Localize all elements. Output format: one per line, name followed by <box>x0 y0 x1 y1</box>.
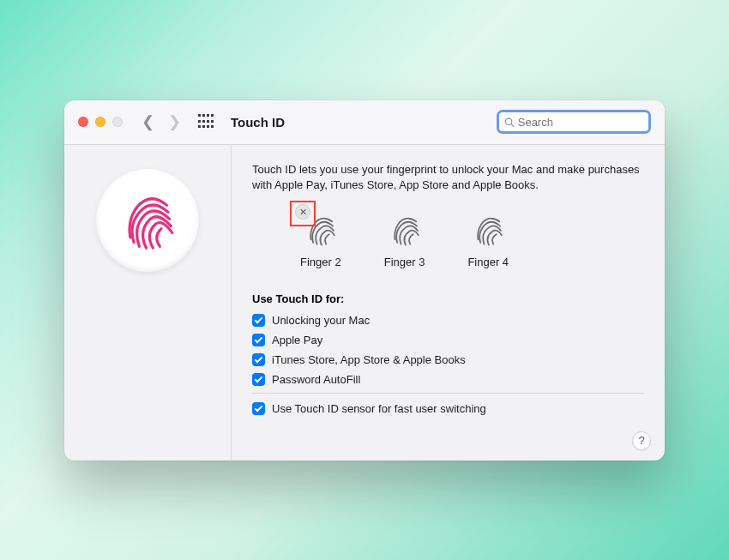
option-password-autofill: Password AutoFill <box>252 373 644 386</box>
fingerprint-item-3[interactable]: Finger 4 <box>467 211 509 268</box>
option-fast-user-switching: Use Touch ID sensor for fast user switch… <box>252 402 644 415</box>
main-content: Touch ID lets you use your fingerprint t… <box>232 145 665 461</box>
option-unlock-mac: Unlocking your Mac <box>252 314 644 327</box>
titlebar: ❮ ❯ Touch ID <box>64 100 665 145</box>
fingerprint-small-icon <box>469 211 507 249</box>
checkbox-apple-pay[interactable] <box>252 334 265 346</box>
window-title: Touch ID <box>231 115 285 129</box>
search-icon <box>504 117 515 128</box>
back-button[interactable]: ❮ <box>142 112 154 131</box>
fingerprint-label: Finger 3 <box>384 256 425 268</box>
window-body: Touch ID lets you use your fingerprint t… <box>64 145 665 461</box>
option-label: Password AutoFill <box>272 373 360 386</box>
option-apple-pay: Apple Pay <box>252 334 644 346</box>
option-itunes-store: iTunes Store, App Store & Apple Books <box>252 353 644 366</box>
window-controls <box>78 117 123 127</box>
preferences-window: ❮ ❯ Touch ID <box>64 100 665 461</box>
fingerprint-label: Finger 2 <box>300 256 341 268</box>
divider <box>252 393 644 394</box>
fingerprint-item-1[interactable]: ✕ Finger 2 <box>300 211 341 268</box>
close-window-button[interactable] <box>78 117 88 127</box>
show-all-preferences-button[interactable] <box>198 114 214 129</box>
intro-text: Touch ID lets you use your fingerprint t… <box>252 162 644 195</box>
option-label: Unlocking your Mac <box>272 314 370 327</box>
use-section-title: Use Touch ID for: <box>252 292 644 305</box>
option-label: Use Touch ID sensor for fast user switch… <box>272 402 486 415</box>
checkbox-unlock-mac[interactable] <box>252 314 265 327</box>
search-input[interactable] <box>518 116 643 129</box>
help-button[interactable]: ? <box>632 431 651 450</box>
checkbox-itunes-store[interactable] <box>252 353 265 366</box>
fingerprint-label: Finger 4 <box>467 256 509 268</box>
option-label: iTunes Store, App Store & Apple Books <box>272 353 466 366</box>
fingerprint-item-2[interactable]: Finger 3 <box>384 211 425 268</box>
search-field[interactable] <box>497 110 651 134</box>
checkbox-fast-user-switching[interactable] <box>252 402 265 415</box>
option-label: Apple Pay <box>272 334 322 346</box>
checkbox-password-autofill[interactable] <box>252 373 265 386</box>
touch-id-badge <box>96 169 199 272</box>
forward-button[interactable]: ❯ <box>168 112 181 131</box>
fullscreen-window-button[interactable] <box>112 117 123 127</box>
minimize-window-button[interactable] <box>95 117 105 127</box>
sidebar <box>64 145 232 461</box>
fingerprint-list: ✕ Finger 2 Finger 3 Finger 4 <box>252 211 644 268</box>
fingerprint-small-icon <box>386 211 424 249</box>
nav-buttons: ❮ ❯ <box>142 112 181 131</box>
svg-line-1 <box>511 123 514 126</box>
fingerprint-icon <box>113 186 182 255</box>
